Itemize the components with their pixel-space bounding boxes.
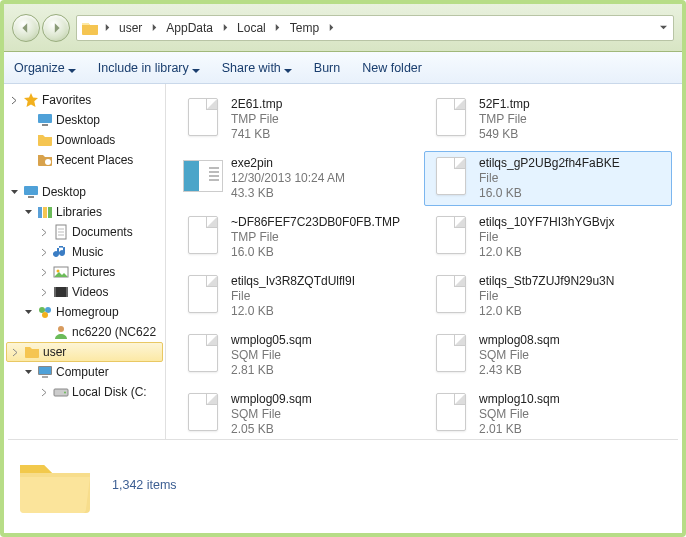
tree-item-localdisk[interactable]: Local Disk (C:: [4, 382, 165, 402]
file-size: 12.0 KB: [479, 304, 614, 319]
tree-item-videos[interactable]: Videos: [4, 282, 165, 302]
tree-item-computer[interactable]: Computer: [4, 362, 165, 382]
file-type: File: [479, 230, 614, 245]
file-size: 16.0 KB: [479, 186, 620, 201]
expand-icon[interactable]: [38, 226, 50, 238]
collapse-icon[interactable]: [8, 186, 20, 198]
file-item[interactable]: wmplog08.sqmSQM File2.43 KB: [424, 328, 672, 383]
expand-icon[interactable]: [38, 266, 50, 278]
file-icon: [431, 156, 471, 196]
file-type: SQM File: [479, 348, 560, 363]
file-type: SQM File: [231, 348, 312, 363]
details-pane: 1,342 items: [8, 439, 678, 529]
expand-icon[interactable]: [8, 94, 20, 106]
include-in-library-button[interactable]: Include in library: [98, 61, 200, 75]
organize-label: Organize: [14, 61, 65, 75]
item-count: 1,342 items: [112, 478, 177, 492]
collapse-icon[interactable]: [22, 306, 34, 318]
folder-icon: [81, 20, 99, 36]
tree-item-downloads[interactable]: Downloads: [4, 130, 165, 150]
svg-rect-20: [42, 376, 48, 378]
breadcrumb-segment[interactable]: Local: [233, 19, 270, 37]
file-type: SQM File: [479, 407, 560, 422]
file-name: ~DF86FEF7C23DB0F0FB.TMP: [231, 215, 400, 230]
tree-item-recent-places[interactable]: Recent Places: [4, 150, 165, 170]
tree-item-libraries[interactable]: Libraries: [4, 202, 165, 222]
svg-point-14: [39, 307, 45, 313]
file-size: 43.3 KB: [231, 186, 345, 201]
collapse-icon[interactable]: [22, 366, 34, 378]
file-item[interactable]: exe2pin12/30/2013 10:24 AM43.3 KB: [176, 151, 424, 206]
tree-item-nc6220[interactable]: nc6220 (NC622: [4, 322, 165, 342]
file-item[interactable]: 2E61.tmpTMP File741 KB: [176, 92, 424, 147]
expand-icon[interactable]: [38, 286, 50, 298]
tree-label: Libraries: [56, 205, 102, 219]
file-name: 2E61.tmp: [231, 97, 282, 112]
chevron-right-icon[interactable]: [148, 22, 160, 34]
chevron-right-icon[interactable]: [325, 22, 337, 34]
file-type: SQM File: [231, 407, 312, 422]
file-item[interactable]: wmplog09.sqmSQM File2.05 KB: [176, 387, 424, 442]
file-icon: [183, 215, 223, 255]
chevron-right-icon[interactable]: [219, 22, 231, 34]
tree-item-pictures[interactable]: Pictures: [4, 262, 165, 282]
tree-item-favorites[interactable]: Favorites: [4, 90, 165, 110]
navigation-bar: user AppData Local Temp: [4, 4, 682, 52]
tree-item-desktop-root[interactable]: Desktop: [4, 182, 165, 202]
videos-icon: [53, 284, 69, 300]
chevron-right-icon[interactable]: [272, 22, 284, 34]
file-item[interactable]: etilqs_10YF7HI3hYGBvjxFile12.0 KB: [424, 210, 672, 265]
app-thumb-icon: [183, 156, 223, 196]
file-item[interactable]: 52F1.tmpTMP File549 KB: [424, 92, 672, 147]
file-item[interactable]: etilqs_Iv3R8ZQTdUlfl9IFile12.0 KB: [176, 269, 424, 324]
tree-label: Music: [72, 245, 103, 259]
tree-label: Desktop: [56, 113, 100, 127]
file-name: 52F1.tmp: [479, 97, 530, 112]
chevron-down-icon[interactable]: [657, 22, 669, 34]
file-type: File: [479, 171, 620, 186]
star-icon: [23, 92, 39, 108]
back-button[interactable]: [12, 14, 40, 42]
forward-button[interactable]: [42, 14, 70, 42]
file-type: TMP File: [231, 230, 400, 245]
breadcrumb-segment[interactable]: Temp: [286, 19, 323, 37]
file-icon: [431, 274, 471, 314]
file-item[interactable]: wmplog05.sqmSQM File2.81 KB: [176, 328, 424, 383]
file-name: etilqs_Iv3R8ZQTdUlfl9I: [231, 274, 355, 289]
expand-icon[interactable]: [38, 246, 50, 258]
tree-label: Videos: [72, 285, 108, 299]
include-label: Include in library: [98, 61, 189, 75]
share-label: Share with: [222, 61, 281, 75]
tree-item-documents[interactable]: Documents: [4, 222, 165, 242]
organize-button[interactable]: Organize: [14, 61, 76, 75]
homegroup-icon: [37, 304, 53, 320]
tree-label: Downloads: [56, 133, 115, 147]
svg-point-10: [57, 270, 60, 273]
breadcrumb-segment[interactable]: user: [115, 19, 146, 37]
file-item[interactable]: etilqs_Stb7ZUJf9N29u3NFile12.0 KB: [424, 269, 672, 324]
share-with-button[interactable]: Share with: [222, 61, 292, 75]
svg-point-15: [45, 307, 51, 313]
svg-point-16: [42, 312, 48, 318]
chevron-right-icon[interactable]: [101, 22, 113, 34]
svg-point-2: [45, 159, 51, 165]
tree-item-user[interactable]: user: [6, 342, 163, 362]
file-item[interactable]: etilqs_gP2UBg2fh4FaBKEFile16.0 KB: [424, 151, 672, 206]
file-icon: [431, 215, 471, 255]
file-item[interactable]: ~DF86FEF7C23DB0F0FB.TMPTMP File16.0 KB: [176, 210, 424, 265]
file-item[interactable]: wmplog10.sqmSQM File2.01 KB: [424, 387, 672, 442]
tree-item-desktop[interactable]: Desktop: [4, 110, 165, 130]
address-bar[interactable]: user AppData Local Temp: [76, 15, 674, 41]
collapse-icon[interactable]: [22, 206, 34, 218]
expand-icon[interactable]: [9, 346, 21, 358]
tree-item-music[interactable]: Music: [4, 242, 165, 262]
svg-rect-12: [54, 287, 56, 297]
file-type: TMP File: [231, 112, 282, 127]
command-toolbar: Organize Include in library Share with B…: [4, 52, 682, 84]
tree-item-homegroup[interactable]: Homegroup: [4, 302, 165, 322]
burn-button[interactable]: Burn: [314, 61, 340, 75]
new-folder-button[interactable]: New folder: [362, 61, 422, 75]
tree-label: Documents: [72, 225, 133, 239]
breadcrumb-segment[interactable]: AppData: [162, 19, 217, 37]
expand-icon[interactable]: [38, 386, 50, 398]
